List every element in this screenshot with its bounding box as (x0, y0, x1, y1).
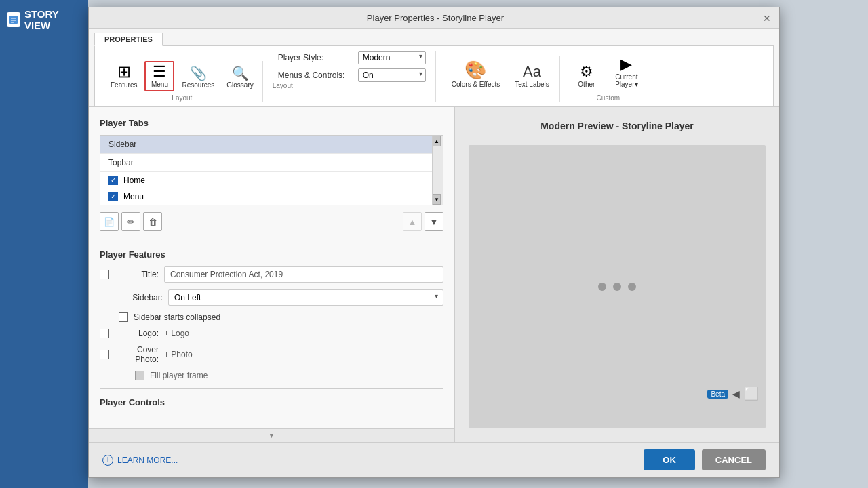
scroll-down-indicator[interactable]: ▼ (269, 432, 275, 439)
logo-row: Logo: + Logo (100, 329, 443, 338)
tabs-scrollbar: ▲ ▼ (433, 135, 443, 205)
sidebar-select-wrapper: On Left On Right Off (168, 289, 443, 306)
menu-button[interactable]: ☰ Menu (144, 61, 174, 92)
preview-panel: Modern Preview - Storyline Player Beta ◀… (455, 107, 779, 442)
glossary-button[interactable]: 🔍 Glossary (222, 64, 258, 92)
preview-title: Modern Preview - Storyline Player (540, 121, 694, 131)
close-button[interactable]: ✕ (762, 13, 772, 24)
topbar-tab-item[interactable]: Topbar (100, 154, 432, 172)
logo-checkbox[interactable] (100, 329, 109, 338)
glossary-icon: 🔍 (232, 66, 249, 80)
beta-chevron-left[interactable]: ◀ (732, 388, 740, 399)
ribbon-group-layout: ⊞ Features ☰ Menu 📎 Resources 🔍 Glossary (102, 61, 263, 102)
text-labels-icon: Aa (523, 63, 541, 81)
custom-label: Custom (597, 94, 620, 102)
tab-order-buttons: ▲ ▼ (403, 212, 443, 231)
tabs-list: Sidebar Topbar Home Menu (100, 135, 433, 205)
beta-area: Beta ◀ ⬜ (707, 386, 759, 401)
home-checkbox[interactable] (108, 176, 118, 185)
current-player-label: CurrentPlayer▾ (615, 73, 637, 88)
sidebar-collapsed-checkbox[interactable] (119, 312, 128, 322)
delete-tab-button[interactable]: 🗑 (143, 212, 162, 231)
appearance-buttons: 🎨 Colors & Effects Aa Text Labels (446, 56, 555, 92)
text-labels-label: Text Labels (515, 81, 549, 88)
colors-effects-icon: 🎨 (465, 60, 486, 81)
cover-photo-checkbox[interactable] (100, 350, 109, 359)
title-label: Title: (115, 270, 159, 279)
title-input[interactable] (164, 266, 443, 283)
menus-controls-label: Menus & Controls: (278, 70, 353, 80)
player-controls-header: Player Controls (100, 397, 443, 407)
resources-button[interactable]: 📎 Resources (177, 64, 219, 92)
cancel-button[interactable]: CANCEL (702, 449, 766, 470)
dialog-body: Player Tabs Sidebar Topbar Home (89, 107, 779, 442)
ribbon-group-appearance: 🎨 Colors & Effects Aa Text Labels Colors… (441, 56, 560, 102)
menus-controls-row: Menus & Controls: On Off (278, 68, 426, 82)
player-features-header: Player Features (100, 249, 443, 260)
learn-more-link[interactable]: i LEARN MORE... (102, 455, 178, 466)
edit-tab-button[interactable]: ✏ (121, 212, 140, 231)
preview-dots (598, 283, 636, 291)
info-icon: i (102, 455, 113, 466)
move-down-button[interactable]: ▼ (425, 212, 443, 231)
home-checkbox-item: Home (100, 172, 432, 188)
new-tab-button[interactable]: 📄 (100, 212, 119, 231)
tab-properties[interactable]: PROPERTIES (94, 33, 163, 46)
svg-rect-2 (11, 20, 16, 21)
layout-label: Layout (172, 94, 192, 102)
features-icon: ⊞ (117, 64, 131, 80)
tabs-list-container: Sidebar Topbar Home Menu (100, 135, 443, 205)
preview-dot-2 (613, 283, 621, 291)
logo-add-label[interactable]: + Logo (164, 329, 189, 338)
player-style-row: Player Style: Modern Classic (278, 51, 426, 64)
player-style-select[interactable]: Modern Classic (358, 51, 426, 64)
ribbon-content: ⊞ Features ☰ Menu 📎 Resources 🔍 Glossary (94, 45, 774, 106)
sidebar-tab-item[interactable]: Sidebar (100, 136, 432, 154)
custom-buttons: ⚙ Other ▶ CurrentPlayer▾ (570, 52, 647, 92)
left-panel-scroll[interactable]: Player Tabs Sidebar Topbar Home (89, 107, 454, 428)
player-properties-dialog: Player Properties - Storyline Player ✕ P… (88, 7, 780, 478)
player-tabs-header: Player Tabs (100, 118, 443, 128)
ribbon-group-custom: ⚙ Other ▶ CurrentPlayer▾ Custom (566, 52, 651, 102)
ribbon-group-data: Player Style: Modern Classic Menus & Con… (269, 51, 436, 102)
title-checkbox[interactable] (100, 270, 109, 279)
tabs-scroll-down[interactable]: ▼ (433, 194, 441, 205)
fill-player-frame-checkbox[interactable] (135, 371, 144, 380)
data-controls: Player Style: Modern Classic Menus & Con… (273, 51, 431, 82)
current-player-icon: ▶ (620, 56, 632, 73)
features-button[interactable]: ⊞ Features (106, 61, 142, 92)
logo-label: Logo: (115, 329, 159, 338)
ok-button[interactable]: OK (644, 449, 695, 470)
menus-controls-select[interactable]: On Off (358, 68, 426, 82)
svg-rect-3 (11, 22, 14, 23)
menus-controls-select-wrapper: On Off (358, 68, 426, 82)
menu-checkbox[interactable] (108, 192, 118, 201)
sidebar-select[interactable]: On Left On Right Off (168, 289, 443, 306)
ribbon: PROPERTIES ⊞ Features ☰ Menu 📎 Resourc (89, 29, 779, 107)
story-view-title: STORY VIEW (7, 8, 81, 31)
svg-rect-1 (11, 18, 16, 19)
beta-badge: Beta (707, 390, 728, 399)
divider-2 (100, 388, 443, 389)
current-player-button[interactable]: ▶ CurrentPlayer▾ (606, 52, 647, 92)
divider-1 (100, 241, 443, 241)
colors-effects-button[interactable]: 🎨 Colors & Effects (446, 56, 507, 92)
cover-photo-row: Cover Photo: + Photo (100, 345, 443, 364)
cover-photo-add-label[interactable]: + Photo (164, 350, 193, 359)
panel-scroll-bottom: ▼ (89, 428, 454, 442)
resources-icon: 📎 (190, 66, 207, 80)
tabs-scroll-up[interactable]: ▲ (433, 136, 441, 146)
sidebar-label: Sidebar: (119, 293, 163, 302)
move-up-button[interactable]: ▲ (403, 212, 422, 231)
other-button[interactable]: ⚙ Other (570, 60, 604, 92)
beta-expand[interactable]: ⬜ (744, 386, 759, 401)
menu-checkbox-item: Menu (100, 188, 432, 205)
sidebar-collapsed-row: Sidebar starts collapsed (100, 312, 443, 322)
other-label: Other (578, 81, 595, 88)
player-style-select-wrapper: Modern Classic (358, 51, 426, 64)
tab-action-buttons: 📄 ✏ 🗑 ▲ ▼ (100, 212, 443, 231)
dialog-titlebar: Player Properties - Storyline Player ✕ (89, 7, 779, 29)
text-labels-button[interactable]: Aa Text Labels (509, 60, 555, 92)
cover-photo-label: Cover Photo: (115, 345, 159, 364)
ribbon-tab-bar: PROPERTIES (94, 32, 774, 45)
